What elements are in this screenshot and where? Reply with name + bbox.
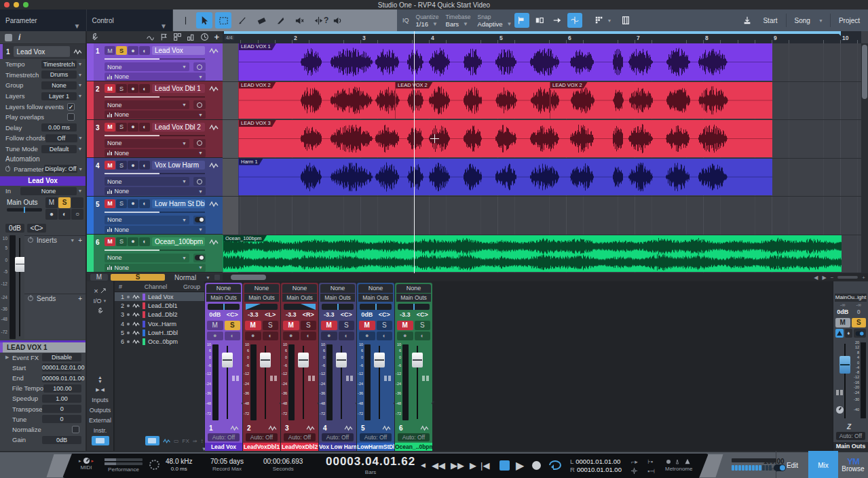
pan-value[interactable]: <C>: [224, 311, 242, 319]
help-button[interactable]: ?: [316, 16, 337, 25]
wrench-icon[interactable]: [96, 307, 104, 315]
insert-slot[interactable]: None: [358, 284, 393, 293]
volume-value[interactable]: -3.3: [244, 311, 262, 319]
inspector-row[interactable]: Tune Mode Default ▼: [0, 144, 86, 155]
volume-value[interactable]: -3.3: [396, 311, 414, 319]
meter-mode-icon[interactable]: [384, 376, 391, 381]
rewind-button[interactable]: ◀◀: [432, 460, 445, 471]
row-value[interactable]: 0.00 ms: [41, 123, 77, 132]
event-inspector-row[interactable]: End 00009.01.01.00: [0, 373, 86, 383]
fader-handle[interactable]: [839, 356, 850, 374]
fader-track[interactable]: [19, 238, 20, 336]
inspector-row[interactable]: Timestretch Drums ▼: [0, 70, 86, 81]
record-button[interactable]: [532, 461, 541, 470]
mixer-channel-strip[interactable]: None Main Outs -3.3 <C> M S ● ◐ 1060-6-1…: [395, 283, 432, 451]
track-io-button[interactable]: [193, 139, 206, 148]
track-mute-button[interactable]: M: [105, 199, 115, 208]
mixer-channel-strip[interactable]: None Main Outs 0dB <C> M S ● ◐ 1060-6-12…: [357, 283, 394, 451]
vertical-scrollbar[interactable]: [861, 43, 868, 273]
scroll-right-icon[interactable]: ▶: [823, 275, 827, 281]
audio-channels-filter-icon[interactable]: [163, 438, 170, 444]
grid-add-icon[interactable]: [173, 33, 182, 41]
track-lane-1[interactable]: LEAD VOX 1: [223, 43, 861, 82]
track-preset-dropdown[interactable]: None▼: [105, 139, 189, 148]
mixer-channel-strip[interactable]: None Main Outs 0dB <C> M S ● ◐ 1060-6-12…: [205, 283, 242, 451]
scrollbar-thumb[interactable]: [862, 45, 867, 99]
pan-slider[interactable]: [208, 304, 240, 310]
track-header[interactable]: 1 M S ● ◐ Lead Vox None▼ None▼: [87, 43, 223, 81]
solo-button[interactable]: S: [415, 321, 431, 330]
fader-handle[interactable]: [412, 353, 423, 367]
start-page-button[interactable]: Start: [755, 17, 785, 24]
inspector-track-header[interactable]: 1 Lead Vox: [0, 44, 86, 59]
control-dropdown[interactable]: Control▼: [87, 9, 174, 31]
track-volume-slider[interactable]: [105, 58, 205, 60]
video-window-icon[interactable]: [618, 13, 633, 28]
channel-name[interactable]: Ocean_..0bpm: [395, 443, 432, 451]
insert-slot[interactable]: None: [282, 284, 317, 293]
track-solo-button[interactable]: S: [116, 199, 127, 208]
horizontal-scrollbar[interactable]: ◀ ▶ − +: [223, 273, 868, 281]
track-solo-button[interactable]: S: [116, 123, 127, 132]
chevron-down-icon[interactable]: ▼: [206, 275, 210, 280]
io-filter-icon[interactable]: ↕: [200, 438, 203, 444]
output-selector[interactable]: Main Outs: [7, 199, 38, 206]
metronome-controls[interactable]: Metronome: [665, 458, 692, 472]
channel-list-row[interactable]: 5 LowH..tDbl: [115, 328, 204, 337]
row-value[interactable]: Off: [45, 134, 77, 142]
loop-range-bar[interactable]: [224, 31, 840, 34]
instruments-button[interactable]: Instr.: [87, 425, 113, 435]
mute-tool-icon[interactable]: [291, 12, 307, 28]
track-monitor-button[interactable]: ◐: [139, 237, 150, 246]
row-value[interactable]: 00001.02.01.00: [42, 363, 81, 372]
output-meter-button[interactable]: ○: [71, 209, 83, 220]
row-value[interactable]: Drums: [41, 71, 77, 79]
browse-view-button[interactable]: YM Browse: [838, 451, 868, 478]
loop-locators[interactable]: L00001.01.01.00 R00010.01.01.00: [570, 458, 622, 474]
track-preset-dropdown[interactable]: None▼: [105, 216, 189, 224]
track-instrument-dropdown[interactable]: None▼: [105, 73, 206, 81]
chevron-down-icon[interactable]: ▼: [818, 18, 823, 23]
fader-track[interactable]: [303, 346, 304, 419]
row-checkbox[interactable]: ✓: [67, 103, 75, 111]
track-header[interactable]: 4 M S ● ◐ Vox Low Harm None▼ None▼: [87, 158, 223, 196]
sends-header[interactable]: Sends +: [24, 294, 86, 303]
volume-value[interactable]: 0dB: [5, 224, 24, 233]
track-instrument-dropdown[interactable]: None▼: [105, 264, 206, 272]
insert-slot[interactable]: None: [244, 284, 279, 293]
zoom-in-icon[interactable]: +: [862, 275, 865, 281]
track-record-button[interactable]: ●: [128, 46, 138, 55]
audio-event[interactable]: LEAD VOX 1: [238, 43, 772, 81]
volume-value[interactable]: 0dB: [358, 311, 376, 319]
pan-slider[interactable]: [398, 304, 430, 310]
meter-mode-icon[interactable]: [232, 376, 239, 381]
track-io-button[interactable]: [193, 254, 206, 262]
pan-slider[interactable]: [246, 304, 278, 310]
scrollbar-thumb[interactable]: [231, 275, 266, 280]
play-button[interactable]: ▶: [516, 459, 524, 472]
audio-event[interactable]: Harm 1: [238, 159, 772, 196]
automation-mode-button[interactable]: Auto: Off: [836, 432, 865, 440]
fader-track[interactable]: [417, 346, 418, 419]
fader-handle[interactable]: [374, 353, 385, 367]
track-io-button[interactable]: [193, 177, 206, 186]
fader-handle[interactable]: [260, 353, 271, 367]
track-volume-slider[interactable]: [105, 250, 205, 251]
solo-button[interactable]: S: [225, 321, 241, 330]
row-value[interactable]: 0: [42, 405, 81, 413]
fader-handle[interactable]: [336, 353, 347, 367]
add-insert-button[interactable]: +: [78, 237, 82, 244]
cue-knob[interactable]: [836, 406, 844, 414]
small-view-button[interactable]: [145, 436, 159, 445]
pan-value[interactable]: <L>: [262, 311, 280, 319]
track-io-button[interactable]: [193, 216, 206, 224]
solo-button[interactable]: S: [263, 321, 279, 330]
project-page-button[interactable]: Project: [831, 17, 868, 24]
output-selector[interactable]: Main Outs: [358, 294, 393, 302]
track-instrument-dropdown[interactable]: None▼: [105, 111, 206, 119]
fader-track[interactable]: [379, 346, 380, 419]
record-arm-button[interactable]: ●: [359, 332, 375, 340]
monitor-button[interactable]: ◐: [415, 332, 431, 340]
mixer-channel-strip[interactable]: None Main Outs -3.3 <R> M S ● ◐ 1060-6-1…: [281, 283, 318, 451]
output-selector[interactable]: Main Outs: [320, 294, 355, 302]
